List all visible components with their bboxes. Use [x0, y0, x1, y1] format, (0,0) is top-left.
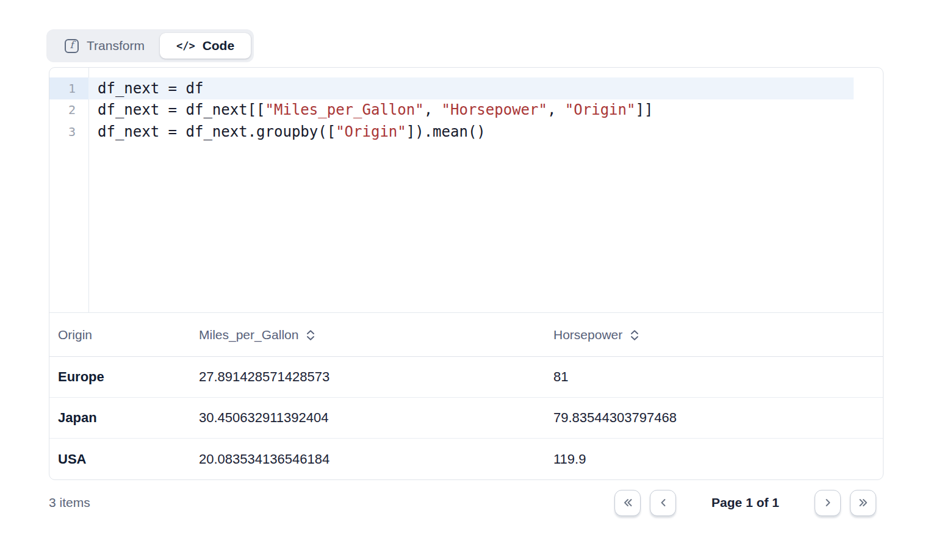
- function-icon: f: [65, 39, 79, 53]
- table-row: USA20.083534136546184119.9: [49, 439, 883, 479]
- column-header-origin: Origin: [58, 328, 199, 342]
- column-header-origin-label: Origin: [58, 328, 92, 342]
- status-bar: 3 items Page 1 of 1: [49, 489, 884, 517]
- tab-code-label: Code: [203, 38, 235, 53]
- code-line-text: df_next = df_next[["Miles_per_Gallon", "…: [88, 99, 854, 121]
- table-row: Japan30.45063291139240479.83544303797468: [49, 398, 883, 439]
- horsepower-cell: 79.83544303797468: [553, 410, 883, 426]
- miles_per_gallon-cell: 20.083534136546184: [199, 451, 553, 467]
- origin-cell: Europe: [58, 369, 199, 385]
- line-number: 1: [49, 77, 88, 99]
- column-header-miles-per-gallon[interactable]: Miles_per_Gallon: [199, 328, 553, 342]
- code-editor[interactable]: 1df_next = df2df_next = df_next[["Miles_…: [49, 68, 883, 313]
- column-header-horsepower[interactable]: Horsepower: [553, 328, 883, 342]
- last-page-button[interactable]: [850, 490, 876, 516]
- next-page-button[interactable]: [815, 490, 841, 516]
- horsepower-cell: 81: [553, 369, 883, 385]
- tab-transform[interactable]: f Transform: [49, 33, 160, 59]
- code-icon: </>: [176, 40, 195, 52]
- code-line-text: df_next = df: [88, 77, 854, 99]
- sort-icon[interactable]: [306, 329, 315, 341]
- line-number: 3: [49, 121, 88, 143]
- page-indicator: Page 1 of 1: [711, 495, 779, 510]
- items-count: 3 items: [49, 495, 90, 510]
- tab-transform-label: Transform: [87, 38, 145, 53]
- chevron-left-icon: [658, 498, 668, 508]
- line-number: 2: [49, 99, 88, 121]
- code-line[interactable]: 2df_next = df_next[["Miles_per_Gallon", …: [49, 99, 883, 121]
- chevrons-left-icon: [622, 498, 633, 508]
- pagination: Page 1 of 1: [614, 490, 876, 516]
- chevrons-right-icon: [858, 498, 869, 508]
- table-body: Europe27.89142857142857381Japan30.450632…: [49, 357, 883, 479]
- main-panel: 1df_next = df2df_next = df_next[["Miles_…: [49, 67, 884, 480]
- origin-cell: USA: [58, 451, 199, 467]
- tab-code[interactable]: </> Code: [160, 33, 251, 59]
- table-row: Europe27.89142857142857381: [49, 357, 883, 398]
- miles_per_gallon-cell: 27.891428571428573: [199, 369, 553, 385]
- table-header: Origin Miles_per_Gallon Horsepower: [49, 313, 883, 357]
- code-line-text: df_next = df_next.groupby(["Origin"]).me…: [88, 121, 854, 143]
- chevron-right-icon: [823, 498, 833, 508]
- prev-page-button[interactable]: [650, 490, 676, 516]
- sort-icon[interactable]: [630, 329, 639, 341]
- origin-cell: Japan: [58, 410, 199, 426]
- column-header-miles-per-gallon-label: Miles_per_Gallon: [199, 328, 298, 342]
- horsepower-cell: 119.9: [553, 451, 883, 467]
- column-header-horsepower-label: Horsepower: [553, 328, 622, 342]
- miles_per_gallon-cell: 30.450632911392404: [199, 410, 553, 426]
- tab-bar: f Transform </> Code: [46, 29, 254, 62]
- first-page-button[interactable]: [614, 490, 641, 516]
- code-line[interactable]: 1df_next = df: [49, 77, 883, 99]
- code-line[interactable]: 3df_next = df_next.groupby(["Origin"]).m…: [49, 121, 883, 143]
